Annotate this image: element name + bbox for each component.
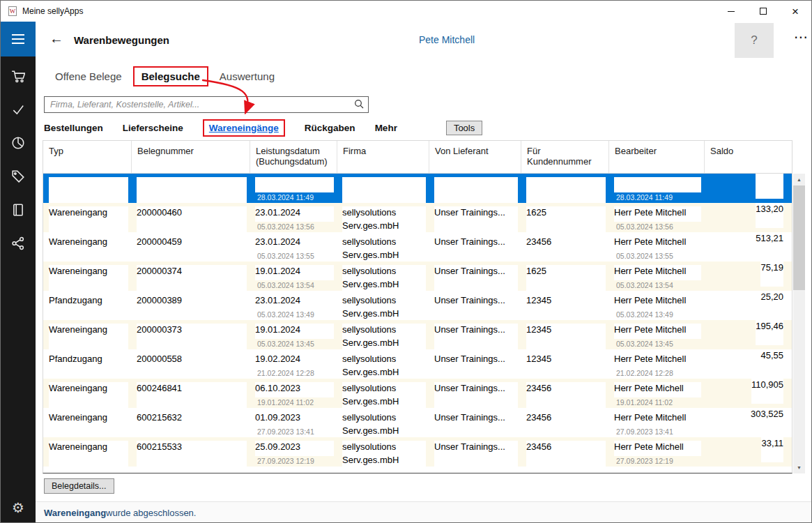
row-saldo: 45,55 — [760, 349, 783, 374]
subtab-lieferscheine[interactable]: Lieferscheine — [123, 123, 183, 133]
row-firma-line2: Serv.ges.mbH — [342, 425, 426, 438]
sidebar-item-pricing[interactable] — [1, 160, 36, 193]
row-lieferant: Unser Trainings... — [434, 236, 518, 262]
table-row[interactable]: Wareneingang 200000374 19.01.202405.03.2… — [43, 262, 792, 291]
row-firma-line1: sellysolutions — [342, 324, 426, 337]
table-row[interactable]: Wareneingang 200000373 19.01.202405.03.2… — [43, 320, 792, 349]
row-saldo: 25,20 — [760, 291, 783, 316]
table-row[interactable]: Pfandzugang 200000558 19.02.202421.02.20… — [43, 349, 792, 379]
column-header-bearbeiter[interactable]: Bearbeiter — [608, 141, 704, 173]
table-row[interactable]: Wareneingang 600215632 01.09.202327.09.2… — [43, 408, 792, 437]
row-bearbeiter: Herr Pete Mitchell — [614, 236, 701, 251]
row-firma-line1: sellysolutions — [342, 441, 426, 454]
row-leistungsdatum: 06.03.2024 — [255, 177, 334, 192]
table-row[interactable]: Wareneingang 200000460 23.01.202405.03.2… — [43, 203, 792, 232]
row-lieferant: Unser Trainings... — [434, 353, 518, 379]
row-buchungsdatum: 05.03.2024 13:54 — [255, 280, 334, 291]
column-header-firma[interactable]: Firma — [337, 141, 429, 173]
row-bearbeiter: Herr Pete Mitchell — [614, 294, 701, 310]
table-row[interactable]: Wareneingang 600246841 06.10.202319.01.2… — [43, 379, 792, 408]
sidebar-item-share[interactable] — [1, 227, 36, 260]
sidebar-item-reports[interactable] — [1, 126, 36, 160]
more-options-button[interactable]: ⋯ — [787, 29, 812, 45]
minimize-button[interactable] — [715, 1, 747, 22]
tab-auswertung[interactable]: Auswertung — [220, 70, 275, 82]
row-type: Wareneingang — [49, 265, 128, 291]
subtab-rueckgaben[interactable]: Rückgaben — [305, 123, 355, 133]
row-bearbeiter: Herr Pete Michell — [614, 470, 701, 473]
row-firma-line1: sellysolutions — [342, 353, 426, 366]
row-kundennummer: 1625 — [526, 206, 606, 232]
column-header-kundennummer[interactable]: Für Kundennummer — [521, 141, 608, 173]
window-title: Meine sellyApps — [22, 6, 83, 16]
row-firma-line2: Serv.ges.mbH — [342, 278, 426, 291]
close-button[interactable]: × — [779, 1, 811, 22]
search-input[interactable] — [44, 96, 369, 113]
row-lieferant: Unser Trainings... — [434, 382, 518, 408]
row-lieferant: Unser Trainings... — [434, 265, 518, 291]
belegdetails-button[interactable]: Belegdetails... — [44, 478, 114, 494]
user-name-link[interactable]: Pete Mitchell — [419, 34, 475, 45]
sidebar-item-tasks[interactable] — [1, 93, 36, 126]
scroll-up-button[interactable]: ▲ — [793, 174, 805, 185]
sidebar-item-purchases[interactable] — [1, 59, 36, 93]
row-firma-line1: sellysolutions — [342, 177, 426, 190]
row-bearbeiter: Herr Pete Mitchell — [614, 324, 701, 339]
help-button[interactable]: ? — [735, 23, 774, 58]
subtab-wareneingaenge[interactable]: Wareneingänge — [203, 119, 285, 137]
row-leistungsdatum: 19.01.2024 — [255, 265, 334, 280]
column-header-von-lieferant[interactable]: Von Lieferant — [429, 141, 521, 173]
column-header-belegnummer[interactable]: Belegnummer — [131, 141, 250, 173]
row-kundennummer: 23456 — [526, 411, 606, 437]
vertical-scrollbar[interactable]: ▲ ▼ — [793, 174, 805, 473]
scrollbar-thumb[interactable] — [793, 185, 805, 290]
table-row[interactable]: Wareneingang 200000819 06.03.202428.03.2… — [43, 174, 792, 203]
maximize-icon — [760, 8, 767, 15]
column-header-saldo[interactable]: Saldo — [704, 141, 790, 173]
minimize-icon — [728, 11, 735, 12]
row-lieferant: Unser Trainings... — [434, 441, 518, 467]
row-bearbeiter-datum: 05.03.2024 13:49 — [614, 310, 701, 320]
back-button[interactable]: ← — [49, 31, 63, 47]
row-buchungsdatum: 28.03.2024 11:49 — [255, 192, 334, 203]
row-type: Pfandzugang — [49, 353, 128, 379]
sidebar: ⚙ — [1, 22, 36, 523]
row-leistungsdatum: 19.01.2024 — [255, 324, 334, 339]
row-kundennummer: 23456 — [526, 236, 606, 262]
table-row[interactable]: Wareneingang 600215533 25.09.202327.09.2… — [43, 437, 792, 467]
row-belegnummer: 600215533 — [137, 441, 247, 467]
row-belegnummer: 200000460 — [137, 206, 247, 232]
row-belegnummer: 200000459 — [137, 236, 247, 262]
table-row[interactable]: Pfandzugang 200000389 23.01.202405.03.20… — [43, 291, 792, 320]
table-body: Wareneingang 200000819 06.03.202428.03.2… — [43, 174, 792, 473]
row-type: Wareneingang — [49, 206, 128, 232]
tab-offene-belege[interactable]: Offene Belege — [55, 70, 122, 82]
table-row[interactable]: Wareneingang 200000459 23.01.202405.03.2… — [43, 232, 792, 262]
column-header-leistungsdatum[interactable]: Leistungsdatum(Buchungsdatum) — [250, 141, 337, 173]
row-buchungsdatum: 27.09.2023 13:41 — [255, 427, 334, 437]
sidebar-item-settings[interactable]: ⚙ — [1, 492, 36, 523]
price-tag-icon — [11, 169, 25, 183]
row-type: Wareneingang — [49, 470, 128, 473]
row-bearbeiter: Herr Pete Mitchell — [614, 265, 701, 280]
tab-belegsuche[interactable]: Belegsuche — [133, 66, 208, 86]
subtab-bestellungen[interactable]: Bestellungen — [44, 123, 103, 133]
maximize-button[interactable] — [747, 1, 779, 22]
sidebar-item-journal[interactable] — [1, 193, 36, 227]
row-bearbeiter-datum: 05.03.2024 13:54 — [614, 280, 701, 291]
column-header-typ[interactable]: Typ — [43, 141, 131, 173]
row-buchungsdatum: 05.03.2024 13:49 — [255, 310, 334, 320]
hamburger-menu-button[interactable] — [1, 22, 36, 56]
row-leistungsdatum: 23.01.2024 — [255, 294, 334, 310]
app-window: W Meine sellyApps × — [0, 0, 812, 523]
row-kundennummer: 12345 — [526, 294, 606, 320]
subtab-mehr[interactable]: Mehr — [375, 123, 397, 133]
row-buchungsdatum: 05.03.2024 13:45 — [255, 339, 334, 349]
row-firma-line1: sellysolutions — [342, 294, 426, 308]
table-row[interactable]: Wareneingang 600215376 26.09.2023 sellys… — [43, 467, 792, 473]
tools-button[interactable]: Tools — [446, 121, 482, 135]
scroll-down-button[interactable]: ▼ — [793, 462, 805, 473]
checkmark-icon — [11, 103, 25, 116]
row-belegnummer: 200000373 — [137, 324, 247, 349]
row-leistungsdatum: 01.09.2023 — [255, 411, 334, 427]
